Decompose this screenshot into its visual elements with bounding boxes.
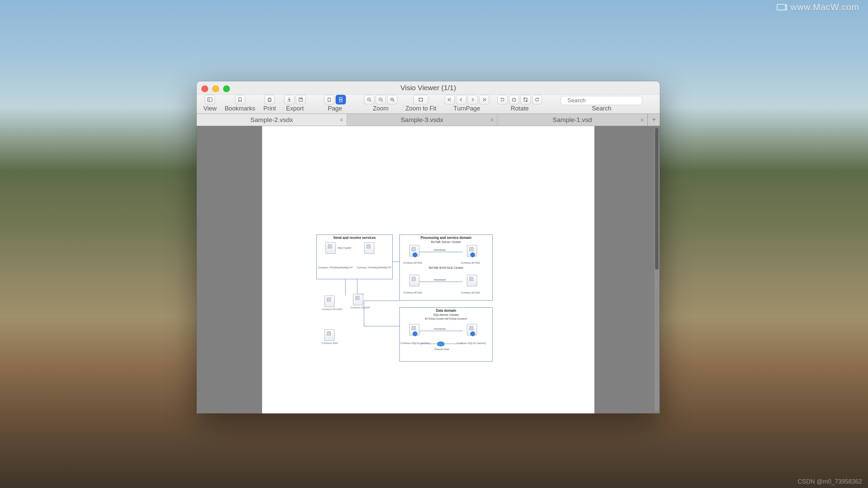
watermark-top-right: www.MacW.com bbox=[777, 2, 859, 13]
tab-label: Sample-3.vsdx bbox=[401, 116, 443, 124]
next-page-button[interactable] bbox=[468, 95, 478, 104]
minimize-button[interactable] bbox=[212, 85, 219, 92]
server-caption: Contoso-BTS02 bbox=[461, 291, 480, 294]
server-icon bbox=[464, 275, 480, 287]
search-input[interactable] bbox=[567, 97, 639, 104]
window-controls bbox=[201, 85, 230, 92]
server-icon bbox=[407, 324, 422, 336]
titlebar[interactable]: Visio Viewer (1/1) bbox=[197, 81, 660, 94]
bookmarks-label: Bookmarks bbox=[225, 105, 255, 112]
tab-sample-1[interactable]: Sample-1.vsd × bbox=[497, 114, 648, 126]
heartbeat-label: Heartbeat bbox=[434, 327, 446, 330]
server-icon: Contoso-WM bbox=[322, 329, 337, 345]
new-tab-button[interactable]: + bbox=[648, 114, 660, 126]
server-icon bbox=[407, 275, 422, 287]
page-single-button[interactable] bbox=[324, 95, 334, 104]
connector-line bbox=[419, 252, 463, 252]
svg-line-14 bbox=[382, 101, 383, 102]
server-icon bbox=[464, 324, 480, 336]
desktop-wallpaper: www.MacW.com CSDN @m0_73958362 Visio Vie… bbox=[0, 0, 868, 488]
rotate-90-button[interactable] bbox=[509, 95, 519, 104]
connector-line bbox=[445, 344, 463, 344]
connector-line bbox=[393, 262, 399, 262]
svg-rect-0 bbox=[777, 4, 785, 10]
bookmarks-button[interactable] bbox=[235, 95, 245, 104]
zoom-to-fit-button[interactable] bbox=[413, 95, 428, 104]
svg-rect-3 bbox=[268, 99, 271, 101]
svg-rect-4 bbox=[299, 98, 303, 102]
box-subtitle: BTSSQLCluster1/BTSSQLCluster2 bbox=[401, 317, 491, 320]
search-field[interactable] bbox=[561, 96, 642, 105]
toolbar: View Bookmarks Print Export bbox=[197, 94, 660, 114]
box-title: Data domain bbox=[401, 309, 491, 312]
shared-disk-label: Shared Disk bbox=[434, 348, 449, 351]
connector-line bbox=[357, 294, 364, 294]
export-download-button[interactable] bbox=[284, 95, 294, 104]
search-label: Search bbox=[592, 105, 611, 112]
export-share-button[interactable] bbox=[296, 95, 306, 104]
svg-rect-1 bbox=[208, 98, 213, 102]
rotate-left-button[interactable] bbox=[497, 95, 508, 104]
view-label: View bbox=[203, 105, 217, 112]
window-title: Visio Viewer (1/1) bbox=[400, 84, 456, 92]
diagram-box-data: Data domain SQLServer Cluster BTSSQLClus… bbox=[399, 307, 493, 362]
zoom-actual-button[interactable] bbox=[364, 95, 374, 104]
tab-close-button[interactable]: × bbox=[640, 117, 644, 123]
tab-sample-3[interactable]: Sample-3.vsdx × bbox=[347, 114, 497, 126]
box-subtitle: BizTalk Server Cluster bbox=[401, 240, 491, 244]
svg-line-23 bbox=[565, 101, 565, 101]
close-button[interactable] bbox=[201, 85, 208, 92]
last-page-button[interactable] bbox=[479, 95, 489, 104]
server-caption: Contoso-SQL02 (active) bbox=[457, 342, 486, 345]
tab-close-button[interactable]: × bbox=[340, 117, 343, 123]
server-icon: Contoso-IIC1/M2 bbox=[322, 296, 337, 311]
server-caption: Contoso-BTS02 bbox=[461, 261, 480, 264]
connector-line bbox=[364, 326, 399, 326]
tab-close-button[interactable]: × bbox=[490, 117, 494, 123]
zoom-button[interactable] bbox=[223, 85, 230, 92]
server-icon bbox=[464, 245, 480, 257]
turnpage-label: TurnPage bbox=[454, 105, 480, 112]
svg-rect-5 bbox=[328, 98, 331, 102]
print-label: Print bbox=[263, 105, 276, 112]
server-caption: Contoso-TFE/MQ/MSMQ/TP bbox=[318, 266, 353, 269]
svg-point-22 bbox=[564, 100, 565, 101]
first-page-button[interactable] bbox=[445, 95, 455, 104]
scrollbar-thumb[interactable] bbox=[655, 128, 658, 270]
zoom-to-fit-label: Zoom to Fit bbox=[406, 105, 436, 112]
server-icon bbox=[407, 245, 422, 257]
connector-line bbox=[419, 344, 436, 344]
server-caption: Contoso-BTS01 bbox=[403, 261, 422, 264]
box-subtitle: BizTalk BAM NLB Cluster bbox=[401, 266, 491, 269]
diagram-box-send-receive: Send and receive services MQ Cluster Con… bbox=[316, 235, 393, 279]
box-subtitle: SQLServer Cluster bbox=[401, 313, 491, 317]
watermark-text: www.MacW.com bbox=[790, 2, 859, 13]
zoom-label: Zoom bbox=[373, 105, 389, 112]
rotate-180-button[interactable] bbox=[520, 95, 531, 104]
page-continuous-button[interactable] bbox=[336, 95, 346, 104]
tab-label: Sample-1.vsd bbox=[553, 116, 592, 124]
server-icon bbox=[323, 242, 338, 255]
prev-page-button[interactable] bbox=[456, 95, 466, 104]
server-caption: Contoso-BTS01 bbox=[403, 291, 422, 294]
view-button[interactable] bbox=[205, 95, 215, 104]
disk-icon bbox=[437, 342, 445, 346]
print-button[interactable] bbox=[264, 95, 275, 104]
server-caption: Contoso-TFE/MQ/MSMQ/TP bbox=[357, 266, 391, 269]
watermark-bottom-right: CSDN @m0_73958362 bbox=[798, 478, 862, 485]
heartbeat-label: Heartbeat bbox=[434, 248, 446, 251]
connector-line bbox=[357, 279, 357, 294]
server-label: MQ Cluster bbox=[338, 246, 351, 249]
vertical-scrollbar[interactable] bbox=[654, 128, 659, 411]
server-caption: Contoso-SQL01 (Active) bbox=[400, 342, 430, 345]
document-viewport[interactable]: Send and receive services MQ Cluster Con… bbox=[197, 126, 660, 413]
zoom-out-button[interactable] bbox=[376, 95, 386, 104]
box-title: Send and receive services bbox=[318, 236, 391, 240]
export-label: Export bbox=[286, 105, 304, 112]
rotate-right-button[interactable] bbox=[532, 95, 542, 104]
svg-rect-6 bbox=[339, 97, 342, 99]
zoom-in-button[interactable] bbox=[387, 95, 397, 104]
tab-sample-2[interactable]: Sample-2.vsdx × bbox=[197, 114, 347, 126]
rotate-label: Rotate bbox=[511, 105, 529, 112]
svg-rect-20 bbox=[512, 99, 515, 101]
